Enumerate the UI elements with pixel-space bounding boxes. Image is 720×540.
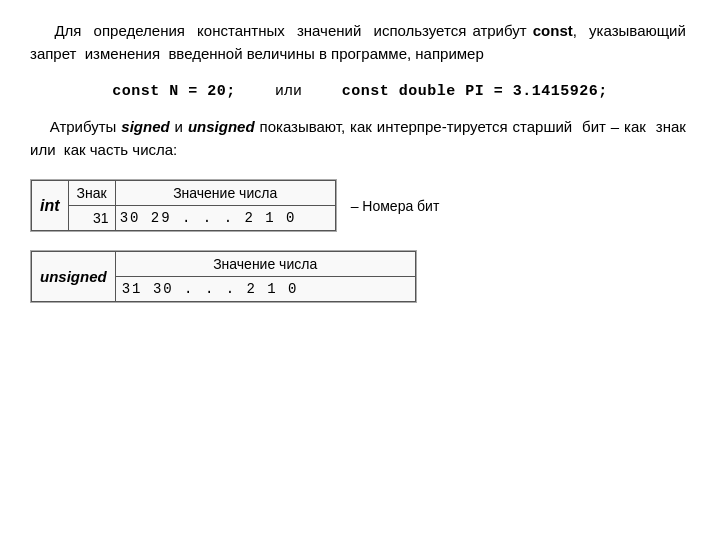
int-table-wrapper: int Знак Значение числа 31 30 29 . . . (30, 179, 690, 232)
code-line-1: const N = 20; или const double PI = 3.14… (30, 81, 690, 100)
code-const-n: const N = 20; (112, 83, 236, 100)
unsigned-outer-box: unsigned Значение числа 31 30 . . . 2 1 … (30, 250, 417, 303)
int-table-section: int Знак Значение числа 31 30 29 . . . (30, 179, 690, 232)
unsigned-value-header: Значение числа (115, 252, 415, 277)
paragraph-2: Атрибуты signed и unsigned показывают, к… (30, 116, 690, 161)
bits-label: – Номера бит (351, 198, 440, 214)
bold-signed: signed (121, 118, 169, 135)
or-word: или (275, 81, 302, 98)
unsigned-label: unsigned (32, 252, 116, 302)
int-bit31: 31 (68, 206, 115, 231)
unsigned-table: unsigned Значение числа 31 30 . . . 2 1 … (31, 251, 416, 302)
unsigned-table-wrapper: unsigned Значение числа 31 30 . . . 2 1 … (30, 250, 690, 303)
int-bits-row: 30 29 . . . 2 1 0 (115, 206, 335, 231)
int-table: int Знак Значение числа 31 30 29 . . . (31, 180, 336, 231)
paragraph-1: Для определения константных значений исп… (30, 20, 690, 65)
int-label: int (32, 181, 69, 231)
int-sign-header: Знак (68, 181, 115, 206)
unsigned-bits-row: 31 30 . . . 2 1 0 (115, 277, 415, 302)
bold-const: const (533, 22, 573, 39)
unsigned-table-section: unsigned Значение числа 31 30 . . . 2 1 … (30, 250, 690, 303)
bold-unsigned: unsigned (188, 118, 255, 135)
int-outer-box: int Знак Значение числа 31 30 29 . . . (30, 179, 337, 232)
int-value-header: Значение числа (115, 181, 335, 206)
code-const-pi: const double PI = 3.1415926; (342, 83, 608, 100)
